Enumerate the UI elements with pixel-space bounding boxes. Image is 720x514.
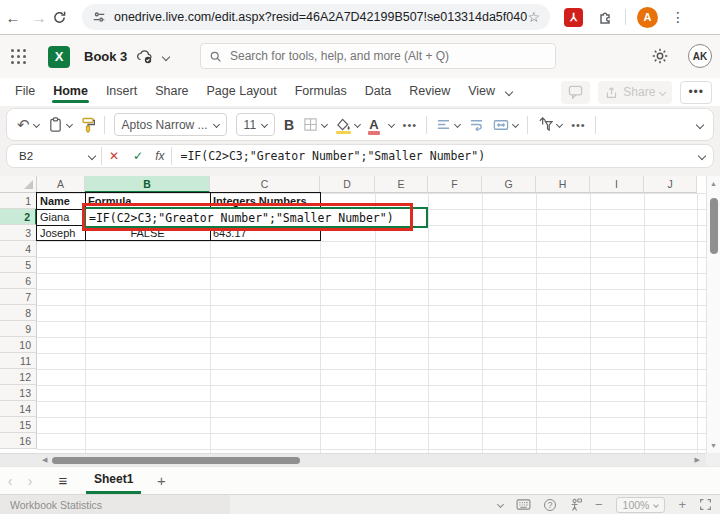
ribbon-tab-data[interactable]: Data: [356, 79, 400, 105]
ribbon-tab-share[interactable]: Share: [146, 79, 197, 105]
fullscreen-icon[interactable]: [699, 498, 712, 511]
column-header-F[interactable]: F: [428, 176, 482, 193]
ribbon-tab-formulas[interactable]: Formulas: [286, 79, 356, 105]
ribbon-tabs-chevron-icon[interactable]: [505, 88, 513, 96]
merge-cells-button[interactable]: [493, 118, 518, 132]
sort-filter-button[interactable]: [537, 117, 562, 132]
ribbon-tab-page-layout[interactable]: Page Layout: [198, 79, 286, 105]
all-sheets-menu-icon[interactable]: ≡: [50, 472, 76, 489]
browser-forward-icon[interactable]: →: [26, 9, 52, 26]
expand-formula-bar-icon[interactable]: [698, 152, 706, 160]
column-header-G[interactable]: G: [482, 176, 536, 193]
scroll-right-icon[interactable]: ▶: [695, 456, 700, 464]
share-button[interactable]: Share: [598, 81, 672, 104]
pdf-extension-icon[interactable]: ⅄: [564, 8, 583, 27]
column-header-E[interactable]: E: [375, 176, 428, 193]
search-bar[interactable]: [200, 43, 556, 69]
ribbon-tab-view[interactable]: View: [459, 79, 504, 105]
app-launcher-icon[interactable]: [11, 49, 26, 64]
font-color-button[interactable]: A: [369, 118, 393, 131]
row-header-1[interactable]: 1: [0, 193, 37, 209]
column-header-D[interactable]: D: [320, 176, 375, 193]
title-chevron-down-icon[interactable]: [162, 52, 170, 60]
sheet-nav-next-icon[interactable]: ›: [20, 473, 40, 489]
paste-button[interactable]: [48, 117, 72, 133]
row-header-11[interactable]: 11: [0, 353, 37, 369]
help-icon[interactable]: ?: [544, 499, 556, 511]
address-bar[interactable]: onedrive.live.com/edit.aspx?resid=46A2A7…: [82, 4, 550, 30]
row-header-9[interactable]: 9: [0, 321, 37, 337]
zoom-level-dropdown[interactable]: 100%: [616, 497, 666, 513]
keyboard-shortcuts-icon[interactable]: [516, 499, 531, 510]
horizontal-scrollbar-thumb[interactable]: [52, 457, 300, 464]
status-chevron-icon[interactable]: [497, 501, 504, 508]
confirm-entry-icon[interactable]: ✓: [133, 149, 143, 163]
row-header-7[interactable]: 7: [0, 289, 37, 305]
browser-profile-avatar[interactable]: A: [637, 7, 658, 28]
excel-logo-icon[interactable]: X: [48, 46, 70, 68]
column-header-B[interactable]: B: [85, 176, 210, 193]
ribbon-tab-review[interactable]: Review: [400, 79, 459, 105]
ribbon-tab-home[interactable]: Home: [44, 79, 97, 105]
undo-button[interactable]: ↶: [17, 116, 39, 134]
horizontal-scrollbar[interactable]: ◀ ▶: [0, 453, 706, 466]
settings-gear-icon[interactable]: [651, 47, 669, 65]
font-name-combobox[interactable]: Aptos Narrow ...: [114, 113, 227, 136]
bookmark-star-icon[interactable]: ☆: [527, 9, 540, 25]
workbook-statistics-button[interactable]: Workbook Statistics: [0, 495, 230, 514]
browser-reload-icon[interactable]: [52, 10, 78, 25]
column-header-A[interactable]: A: [37, 176, 85, 193]
row-header-13[interactable]: 13: [0, 385, 37, 401]
font-more-button[interactable]: •••: [403, 119, 418, 131]
select-all-corner[interactable]: [0, 176, 37, 193]
url-text[interactable]: onedrive.live.com/edit.aspx?resid=46A2A7…: [114, 10, 527, 24]
workbook-title[interactable]: Book 3: [84, 49, 127, 64]
search-input[interactable]: [230, 49, 547, 63]
browser-menu-icon[interactable]: ⋮: [668, 9, 688, 25]
accessibility-icon[interactable]: [569, 498, 582, 512]
column-header-H[interactable]: H: [536, 176, 590, 193]
zoom-in-icon[interactable]: +: [678, 497, 686, 512]
alignment-button[interactable]: [436, 118, 460, 131]
ribbon-display-options-icon[interactable]: [696, 120, 704, 128]
column-header-I[interactable]: I: [590, 176, 644, 193]
row-header-2[interactable]: 2: [0, 209, 37, 225]
browser-back-icon[interactable]: ←: [0, 9, 26, 26]
toolbar-more-button[interactable]: •••: [571, 119, 586, 131]
ribbon-more-button[interactable]: •••: [680, 81, 712, 104]
scroll-left-icon[interactable]: ◀: [42, 456, 47, 464]
row-header-14[interactable]: 14: [0, 401, 37, 417]
ribbon-tab-file[interactable]: File: [6, 79, 44, 105]
row-header-5[interactable]: 5: [0, 257, 37, 273]
row-header-12[interactable]: 12: [0, 369, 37, 385]
row-header-6[interactable]: 6: [0, 273, 37, 289]
spreadsheet-grid[interactable]: ABCDEFGHIJ12345678910111213141516NameFor…: [0, 176, 706, 453]
row-header-16[interactable]: 16: [0, 433, 37, 449]
insert-function-icon[interactable]: fx: [155, 149, 164, 163]
ribbon-tab-insert[interactable]: Insert: [97, 79, 146, 105]
fill-color-button[interactable]: [336, 118, 360, 131]
bold-button[interactable]: B: [284, 117, 294, 133]
row-header-10[interactable]: 10: [0, 337, 37, 353]
row-header-15[interactable]: 15: [0, 417, 37, 433]
format-painter-button[interactable]: [81, 117, 95, 133]
name-box[interactable]: B2: [15, 150, 101, 162]
site-info-icon[interactable]: [92, 10, 106, 24]
scroll-down-icon[interactable]: ▼: [710, 442, 717, 449]
scroll-up-icon[interactable]: ▲: [710, 180, 717, 187]
borders-button[interactable]: [303, 117, 327, 132]
zoom-out-icon[interactable]: −: [595, 497, 603, 512]
comments-button[interactable]: [561, 81, 590, 104]
sheet-tab-sheet1[interactable]: Sheet1: [86, 468, 141, 494]
vertical-scrollbar-thumb[interactable]: [710, 198, 718, 254]
account-avatar[interactable]: AK: [688, 44, 712, 68]
formula-bar-input[interactable]: =IF(C2>C3;"Greator Number";"Smaller Numb…: [180, 149, 485, 163]
add-sheet-icon[interactable]: +: [151, 472, 171, 489]
row-header-3[interactable]: 3: [0, 225, 37, 241]
column-header-J[interactable]: J: [644, 176, 697, 193]
font-size-combobox[interactable]: 11: [236, 113, 275, 136]
wrap-text-button[interactable]: [469, 118, 484, 131]
column-header-C[interactable]: C: [210, 176, 320, 193]
row-header-8[interactable]: 8: [0, 305, 37, 321]
row-header-4[interactable]: 4: [0, 241, 37, 257]
